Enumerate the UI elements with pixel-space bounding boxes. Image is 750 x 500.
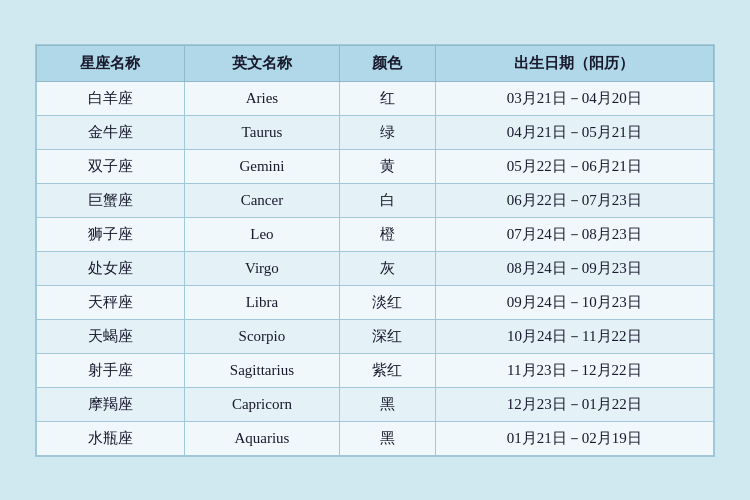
cell-dates: 09月24日－10月23日 <box>435 285 713 319</box>
table-body: 白羊座Aries红03月21日－04月20日金牛座Taurus绿04月21日－0… <box>37 81 714 455</box>
table-row: 摩羯座Capricorn黑12月23日－01月22日 <box>37 387 714 421</box>
table-row: 双子座Gemini黄05月22日－06月21日 <box>37 149 714 183</box>
cell-dates: 11月23日－12月22日 <box>435 353 713 387</box>
cell-chinese-name: 金牛座 <box>37 115 185 149</box>
cell-english-name: Sagittarius <box>184 353 339 387</box>
cell-english-name: Libra <box>184 285 339 319</box>
zodiac-table-container: 星座名称 英文名称 颜色 出生日期（阳历） 白羊座Aries红03月21日－04… <box>35 44 715 457</box>
cell-chinese-name: 摩羯座 <box>37 387 185 421</box>
cell-dates: 07月24日－08月23日 <box>435 217 713 251</box>
header-english-name: 英文名称 <box>184 45 339 81</box>
table-row: 天蝎座Scorpio深红10月24日－11月22日 <box>37 319 714 353</box>
table-row: 金牛座Taurus绿04月21日－05月21日 <box>37 115 714 149</box>
header-color: 颜色 <box>339 45 435 81</box>
cell-english-name: Capricorn <box>184 387 339 421</box>
cell-dates: 05月22日－06月21日 <box>435 149 713 183</box>
cell-color: 紫红 <box>339 353 435 387</box>
table-row: 天秤座Libra淡红09月24日－10月23日 <box>37 285 714 319</box>
cell-color: 橙 <box>339 217 435 251</box>
cell-dates: 04月21日－05月21日 <box>435 115 713 149</box>
table-row: 巨蟹座Cancer白06月22日－07月23日 <box>37 183 714 217</box>
cell-dates: 01月21日－02月19日 <box>435 421 713 455</box>
table-row: 处女座Virgo灰08月24日－09月23日 <box>37 251 714 285</box>
cell-dates: 08月24日－09月23日 <box>435 251 713 285</box>
cell-chinese-name: 双子座 <box>37 149 185 183</box>
header-birth-date: 出生日期（阳历） <box>435 45 713 81</box>
cell-dates: 03月21日－04月20日 <box>435 81 713 115</box>
cell-color: 绿 <box>339 115 435 149</box>
cell-dates: 12月23日－01月22日 <box>435 387 713 421</box>
cell-dates: 06月22日－07月23日 <box>435 183 713 217</box>
cell-color: 深红 <box>339 319 435 353</box>
cell-english-name: Aries <box>184 81 339 115</box>
table-row: 白羊座Aries红03月21日－04月20日 <box>37 81 714 115</box>
table-header-row: 星座名称 英文名称 颜色 出生日期（阳历） <box>37 45 714 81</box>
header-chinese-name: 星座名称 <box>37 45 185 81</box>
table-row: 水瓶座Aquarius黑01月21日－02月19日 <box>37 421 714 455</box>
cell-chinese-name: 白羊座 <box>37 81 185 115</box>
cell-chinese-name: 天蝎座 <box>37 319 185 353</box>
cell-chinese-name: 水瓶座 <box>37 421 185 455</box>
cell-color: 灰 <box>339 251 435 285</box>
cell-english-name: Taurus <box>184 115 339 149</box>
cell-color: 黑 <box>339 421 435 455</box>
cell-chinese-name: 射手座 <box>37 353 185 387</box>
cell-english-name: Gemini <box>184 149 339 183</box>
table-row: 狮子座Leo橙07月24日－08月23日 <box>37 217 714 251</box>
cell-english-name: Virgo <box>184 251 339 285</box>
cell-color: 白 <box>339 183 435 217</box>
cell-color: 淡红 <box>339 285 435 319</box>
cell-english-name: Scorpio <box>184 319 339 353</box>
table-row: 射手座Sagittarius紫红11月23日－12月22日 <box>37 353 714 387</box>
cell-color: 红 <box>339 81 435 115</box>
cell-english-name: Leo <box>184 217 339 251</box>
cell-dates: 10月24日－11月22日 <box>435 319 713 353</box>
zodiac-table: 星座名称 英文名称 颜色 出生日期（阳历） 白羊座Aries红03月21日－04… <box>36 45 714 456</box>
cell-chinese-name: 处女座 <box>37 251 185 285</box>
cell-english-name: Cancer <box>184 183 339 217</box>
cell-chinese-name: 狮子座 <box>37 217 185 251</box>
cell-color: 黑 <box>339 387 435 421</box>
cell-chinese-name: 天秤座 <box>37 285 185 319</box>
cell-english-name: Aquarius <box>184 421 339 455</box>
cell-color: 黄 <box>339 149 435 183</box>
cell-chinese-name: 巨蟹座 <box>37 183 185 217</box>
